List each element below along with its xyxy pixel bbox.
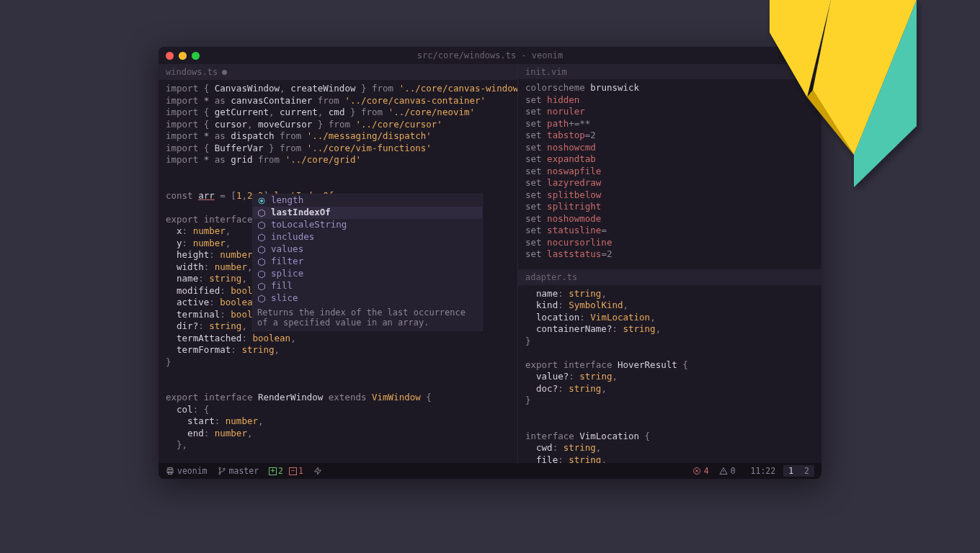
svg-point-17	[218, 467, 220, 469]
clock: 11:22	[746, 465, 781, 477]
zap-indicator[interactable]	[313, 467, 322, 475]
code-editor-adapter[interactable]: name: string, kind: SymbolKind, location…	[518, 285, 821, 463]
tab-label: adapter.ts	[525, 272, 577, 282]
svg-marker-9	[259, 246, 265, 253]
col-number: 2	[804, 466, 809, 476]
completion-label: slice	[271, 292, 298, 305]
error-icon	[692, 467, 701, 475]
method-icon	[257, 221, 266, 230]
completion-item[interactable]: fill	[253, 280, 482, 292]
completion-label: length	[271, 194, 303, 207]
completion-item[interactable]: length	[253, 194, 482, 207]
cursor-position: 1 2	[783, 465, 814, 477]
completion-item[interactable]: values	[253, 243, 482, 256]
completion-label: fill	[271, 280, 293, 292]
svg-marker-11	[259, 271, 265, 278]
completion-doc: Returns the index of the last occurrence…	[253, 305, 482, 331]
branch-name: master	[229, 466, 259, 476]
git-branch-icon	[218, 467, 226, 475]
zap-icon	[313, 467, 322, 475]
svg-marker-10	[259, 258, 265, 266]
svg-marker-20	[314, 467, 321, 475]
deletions-count: 1	[298, 466, 303, 476]
additions-count: 2	[278, 466, 283, 476]
titlebar[interactable]: src/core/windows.ts - veonim	[159, 47, 821, 64]
plus-icon: +	[269, 467, 277, 475]
completion-label: includes	[271, 231, 314, 243]
method-icon	[257, 295, 266, 303]
completion-label: splice	[271, 268, 303, 280]
completion-item[interactable]: slice	[253, 292, 482, 305]
property-icon	[257, 197, 266, 205]
completion-item[interactable]: toLocaleString	[253, 219, 482, 231]
tab-label: init.vim	[525, 67, 567, 77]
window-title: src/core/windows.ts - veonim	[159, 50, 821, 60]
code-editor-left[interactable]: import { CanvasWindow, createWindow } fr…	[159, 80, 517, 454]
method-icon	[257, 233, 266, 242]
warnings-indicator[interactable]: 0	[719, 466, 736, 476]
tab-adapter-ts[interactable]: adapter.ts	[518, 269, 821, 284]
svg-marker-6	[259, 210, 265, 217]
completion-item[interactable]: lastIndexOf	[253, 207, 482, 219]
svg-point-18	[218, 472, 220, 475]
warnings-count: 0	[731, 466, 736, 476]
completion-label: lastIndexOf	[271, 207, 331, 219]
completion-label: values	[271, 243, 303, 256]
method-icon	[257, 270, 266, 279]
svg-marker-12	[259, 283, 265, 290]
svg-point-5	[261, 199, 263, 202]
tab-windows-ts[interactable]: windows.ts	[159, 64, 517, 80]
svg-marker-13	[259, 295, 265, 302]
method-icon	[257, 209, 266, 217]
completion-label: toLocaleString	[271, 219, 347, 231]
completion-label: filter	[271, 256, 303, 268]
app-logo	[764, 0, 922, 191]
errors-count: 4	[704, 466, 709, 476]
method-icon	[257, 246, 266, 254]
completion-item[interactable]: filter	[253, 256, 482, 268]
completion-item[interactable]: splice	[253, 268, 482, 280]
minus-icon: −	[289, 467, 297, 475]
statusbar: veonim master + 2 − 1 4 0 11:22 1 2	[159, 463, 821, 479]
editor-window: src/core/windows.ts - veonim windows.ts …	[159, 47, 821, 479]
svg-marker-8	[259, 234, 265, 241]
line-number: 1	[788, 466, 793, 476]
completion-item[interactable]: includes	[253, 231, 482, 243]
errors-indicator[interactable]: 4	[692, 466, 709, 476]
diff-indicator[interactable]: + 2 − 1	[269, 466, 303, 476]
modified-indicator-icon	[222, 70, 227, 75]
svg-marker-7	[259, 222, 265, 229]
svg-point-19	[223, 468, 225, 470]
method-icon	[257, 282, 266, 291]
tab-label: windows.ts	[166, 67, 218, 77]
method-icon	[257, 258, 266, 266]
branch-indicator[interactable]: master	[218, 466, 259, 476]
completion-popup[interactable]: lengthlastIndexOftoLocaleStringincludesv…	[252, 194, 483, 331]
warning-icon	[719, 467, 728, 475]
folder-name: veonim	[177, 466, 208, 476]
folder-indicator[interactable]: veonim	[166, 466, 208, 476]
printer-icon	[166, 467, 174, 475]
